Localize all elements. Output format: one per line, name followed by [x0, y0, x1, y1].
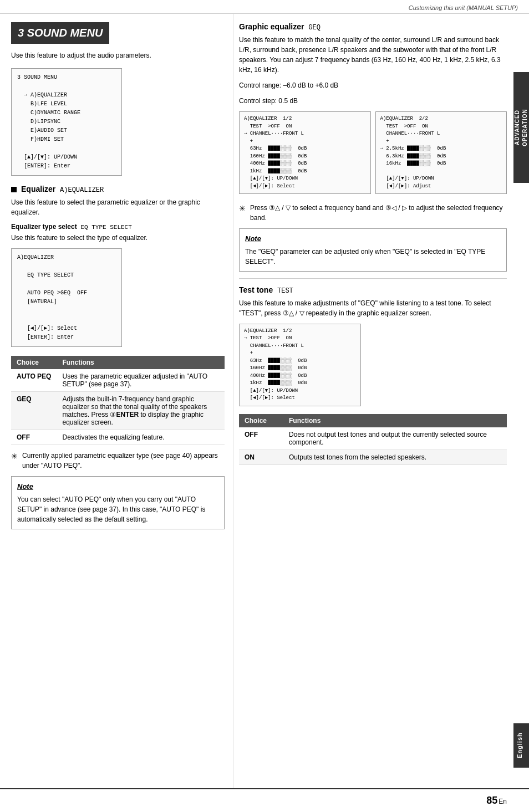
screen-label: A)EQUALIZER 2/2 [380, 115, 502, 123]
sidebar-text-2: OPERATION [521, 109, 529, 146]
menu-line: D)LIPSYNC [17, 118, 116, 126]
screen-line: [▲]/[▼]: UP/DOWN [380, 175, 502, 183]
screen-line: [▲]/[▼]: UP/DOWN [244, 175, 366, 183]
geq-intro: Use this feature to match the tonal qual… [239, 35, 507, 75]
eq-type-menu-box: A)EQUALIZER EQ TYPE SELECT AUTO PEQ >GEQ… [11, 248, 122, 347]
geq-heading: Graphic equalizer GEQ [239, 22, 507, 32]
screen-line: [◄]/[►]: Select [244, 183, 366, 191]
menu-line: B)LFE LEVEL [17, 100, 116, 109]
screen-line: 6.3kHz ████░░░░ 0dB [380, 153, 502, 161]
function-cell: Deactivates the equalizing feature. [57, 430, 225, 445]
note-title: Note [17, 481, 218, 492]
sound-menu-box: 3 SOUND MENU → A)EQUALIZER B)LFE LEVEL C… [11, 68, 122, 176]
menu-line [17, 82, 116, 91]
equalizer-intro: Use this feature to select the parametri… [11, 197, 225, 217]
screen-line: → TEST >OFF ON [244, 335, 356, 343]
note-text: You can select "AUTO PEQ" only when you … [17, 494, 218, 524]
menu-line: E)AUDIO SET [17, 126, 116, 135]
menu-line: EQ TYPE SELECT [17, 271, 116, 280]
eq-screens: A)EQUALIZER 1/2 TEST >OFF ON → CHANNEL··… [239, 111, 507, 194]
table-row: OFF Does not output test tones and outpu… [239, 427, 507, 450]
divider [239, 278, 507, 279]
function-cell: Outputs test tones from the selected spe… [283, 450, 507, 464]
eq-type-intro: Use this feature to select the type of e… [11, 233, 225, 243]
test-tone-choice-table: Choice Functions OFF Does not output tes… [239, 414, 507, 465]
choice-cell: ON [239, 450, 283, 464]
function-cell: Uses the parametric equalizer adjusted i… [57, 369, 225, 392]
eq-type-heading: Equalizer type select EQ TYPE SELECT [11, 223, 225, 231]
geq-control-range: Control range: –6.0 dB to +6.0 dB [239, 80, 507, 90]
menu-line: → A)EQUALIZER [17, 91, 116, 100]
menu-line: [ENTER]: Enter [17, 162, 116, 171]
sidebar-advanced-operation: ADVANCED OPERATION [513, 72, 529, 183]
tip-block-geq: ✳ Press ③△ / ▽ to select a frequency ban… [239, 203, 507, 223]
screen-label: A)EQUALIZER 1/2 [244, 115, 366, 123]
table-row: ON Outputs test tones from the selected … [239, 450, 507, 464]
col-functions: Functions [57, 356, 225, 369]
screen-line: CHANNEL····FRONT L [380, 130, 502, 138]
geq-tip-text: Press ③△ / ▽ to select a frequency band … [250, 203, 507, 223]
right-column: Graphic equalizer GEQ Use this feature t… [233, 14, 512, 788]
page-container: Customizing this unit (MANUAL SETUP) 3 S… [0, 0, 529, 812]
menu-line [17, 280, 116, 289]
left-column: 3 SOUND MENU Use this feature to adjust … [0, 14, 233, 788]
menu-line: F)HDMI SET [17, 135, 116, 144]
screen-line: TEST >OFF ON [380, 123, 502, 131]
bullet-square [11, 187, 17, 192]
equalizer-label: Equalizer A)EQUALIZER [21, 185, 104, 194]
section-intro: Use this feature to adjust the audio par… [11, 50, 225, 60]
page-sub: En [499, 798, 507, 805]
screen-line: [◄]/[►]: Adjust [380, 183, 502, 191]
tip-block-1: ✳ Currently applied parametric equalizer… [11, 451, 225, 471]
choice-cell: OFF [239, 427, 283, 450]
sidebar-english: English [513, 723, 529, 768]
screen-line: → 2.5kHz ████░░░░ 0dB [380, 145, 502, 153]
tip-text: Currently applied parametric equalizer t… [22, 451, 225, 471]
section-title: 3 SOUND MENU [11, 22, 109, 44]
screen-line [380, 168, 502, 176]
screen-line: + [244, 350, 356, 358]
screen-line: 160Hz ████░░░░ 0dB [244, 365, 356, 372]
menu-line [17, 307, 116, 315]
test-tone-screen: A)EQUALIZER 1/2 → TEST >OFF ON CHANNEL··… [239, 324, 361, 406]
screen-line: 16kHz ████░░░░ 0dB [380, 160, 502, 168]
menu-line: [NATURAL] [17, 298, 116, 307]
note-block-geq: Note The "GEQ" parameter can be adjusted… [239, 228, 507, 272]
table-row: OFF Deactivates the equalizing feature. [11, 430, 225, 445]
tip-icon: ✳ [11, 451, 18, 462]
test-tone-heading: Test tone TEST [239, 285, 507, 295]
eq-screen-2: A)EQUALIZER 2/2 TEST >OFF ON CHANNEL····… [375, 111, 507, 194]
col-choice: Choice [11, 356, 57, 369]
menu-line: 3 SOUND MENU [17, 73, 116, 82]
note-text-geq: The "GEQ" parameter can be adjusted only… [245, 247, 501, 267]
screen-line: [◄]/[►]: Select [244, 395, 356, 402]
function-cell: Adjusts the built-in 7-frequency band gr… [57, 392, 225, 430]
screen-line: + [380, 138, 502, 146]
menu-line: [◄]/[►]: Select [17, 324, 116, 333]
menu-line: [ENTER]: Enter [17, 333, 116, 342]
screen-line: 1kHz ████░░░░ 0dB [244, 380, 356, 387]
choice-cell: OFF [11, 430, 57, 445]
equalizer-heading: Equalizer A)EQUALIZER [11, 185, 225, 194]
page-header: Customizing this unit (MANUAL SETUP) [0, 0, 529, 14]
screen-line: CHANNEL····FRONT L [244, 343, 356, 350]
note-title-geq: Note [245, 233, 501, 244]
table-row: GEQ Adjusts the built-in 7-frequency ban… [11, 392, 225, 430]
tip-icon-2: ✳ [239, 203, 246, 215]
header-title: Customizing this unit (MANUAL SETUP) [409, 4, 518, 11]
screen-label: A)EQUALIZER 1/2 [244, 328, 356, 335]
menu-line: [▲]/[▼]: UP/DOWN [17, 153, 116, 162]
col-choice-tt: Choice [239, 414, 283, 427]
choice-cell: GEQ [11, 392, 57, 430]
screen-line: 63Hz ████░░░░ 0dB [244, 145, 366, 153]
menu-line: AUTO PEQ >GEQ OFF [17, 289, 116, 298]
choice-cell: AUTO PEQ [11, 369, 57, 392]
screen-line: 400Hz ████░░░░ 0dB [244, 372, 356, 380]
menu-line [17, 315, 116, 324]
sidebar-text-1: ADVANCED [513, 110, 521, 145]
col-functions-tt: Functions [283, 414, 507, 427]
screen-line: 400Hz ████░░░░ 0dB [244, 160, 366, 168]
menu-line [17, 262, 116, 271]
screen-line: 1kHz ████░░░░ 0dB [244, 168, 366, 176]
screen-line: → CHANNEL····FRONT L [244, 130, 366, 138]
